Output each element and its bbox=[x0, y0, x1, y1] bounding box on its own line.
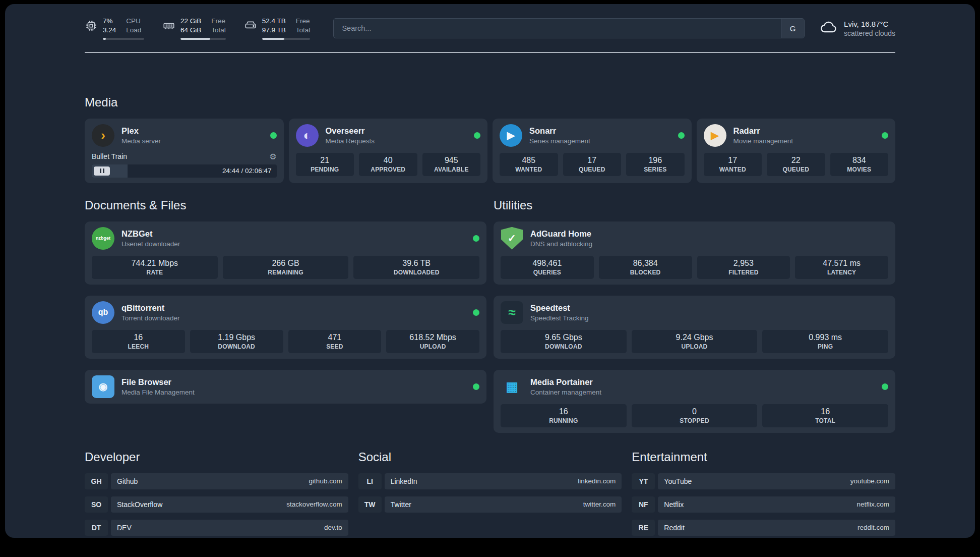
stat-label: QUEUED bbox=[565, 166, 620, 173]
bookmark-link[interactable]: YT YouTube youtube.com bbox=[632, 473, 895, 489]
storage-total-value: 97.9 TB bbox=[262, 26, 286, 35]
cpu-label: CPU bbox=[126, 17, 141, 26]
bookmark-link[interactable]: NF Netflix netflix.com bbox=[632, 496, 895, 513]
stat-value: 744.21 Mbps bbox=[94, 259, 216, 268]
stat-tile: 86,384 BLOCKED bbox=[599, 256, 692, 279]
stat-tile: 9.24 Gbps UPLOAD bbox=[632, 330, 758, 353]
gear-icon[interactable]: ⚙ bbox=[269, 152, 276, 161]
documents-cards: nzbget NZBGet Usenet downloader bbox=[85, 221, 486, 404]
stat-tile: 618.52 Mbps UPLOAD bbox=[386, 330, 479, 353]
stat-value: 47.571 ms bbox=[797, 259, 886, 268]
service-link[interactable]: ◉ File Browser Media File Management bbox=[92, 375, 479, 398]
section-title-documents: Documents & Files bbox=[85, 198, 486, 212]
bookmark-domain: netflix.com bbox=[856, 500, 889, 508]
service-name: Overseerr bbox=[326, 126, 375, 136]
bookmark-name: Netflix bbox=[664, 500, 684, 509]
memory-total-value: 64 GiB bbox=[180, 26, 201, 35]
service-link[interactable]: › Plex Media server bbox=[92, 124, 277, 147]
stat-tile: 0.993 ms PING bbox=[762, 330, 888, 353]
stat-value: 618.52 Mbps bbox=[388, 333, 477, 342]
stat-value: 40 bbox=[361, 156, 415, 165]
stat-label: UPLOAD bbox=[634, 343, 756, 350]
stat-label: DOWNLOADED bbox=[355, 269, 477, 276]
bookmark-link[interactable]: DT DEV dev.to bbox=[85, 520, 348, 536]
service-link[interactable]: ▶ Radarr Movie management bbox=[704, 124, 889, 147]
service-card: ◉ File Browser Media File Management bbox=[85, 370, 486, 404]
service-icon: ▶ bbox=[704, 124, 726, 147]
service-subtitle: Media File Management bbox=[121, 388, 195, 396]
service-stats: 9.65 Gbps DOWNLOAD 9.24 Gbps UPLOAD bbox=[501, 330, 888, 353]
memory-free-value: 22 GiB bbox=[180, 17, 201, 26]
stat-label: BLOCKED bbox=[601, 269, 690, 276]
service-icon: ▶ bbox=[500, 124, 522, 147]
status-dot bbox=[473, 235, 479, 242]
stat-tile: 16 TOTAL bbox=[762, 404, 888, 427]
bookmark-name: LinkedIn bbox=[391, 477, 417, 485]
storage-widget: 52.4 TB Free 97.9 TB Total bbox=[244, 17, 311, 40]
bookmark-link[interactable]: TW Twitter twitter.com bbox=[358, 496, 622, 513]
stat-tile: 16 RUNNING bbox=[501, 404, 627, 427]
stat-tile: 40 APPROVED bbox=[359, 153, 417, 176]
bookmark-list: GH Github github.com SO StackOverflo bbox=[85, 473, 348, 536]
bookmark-abbr: TW bbox=[358, 496, 382, 513]
bookmark-link[interactable]: LI LinkedIn linkedin.com bbox=[358, 473, 622, 489]
service-link[interactable]: ▦ Media Portainer Container management bbox=[501, 375, 888, 398]
service-name: AdGuard Home bbox=[530, 229, 592, 239]
service-icon: ✓ bbox=[501, 227, 523, 250]
bookmark-domain: github.com bbox=[309, 477, 342, 485]
bookmark-name: Twitter bbox=[391, 500, 411, 509]
bookmark-abbr: RE bbox=[632, 520, 655, 536]
stat-value: 21 bbox=[298, 156, 352, 165]
stat-value: 16 bbox=[764, 407, 886, 416]
playback-progress-bar[interactable]: 24:44 / 02:06:47 bbox=[92, 164, 277, 178]
service-card: ▦ Media Portainer Container management bbox=[494, 370, 895, 433]
service-card: qb qBittorrent Torrent downloader bbox=[85, 296, 486, 359]
cpu-usage-value: 7% bbox=[103, 17, 116, 26]
service-card: ▶ Sonarr Series management ⚙ bbox=[493, 119, 692, 183]
pause-button[interactable] bbox=[94, 166, 110, 176]
cpu-usage-bar bbox=[103, 38, 144, 40]
stat-tile: 0 STOPPED bbox=[632, 404, 758, 427]
stat-label: PING bbox=[764, 343, 886, 350]
stat-tile: 17 QUEUED bbox=[563, 153, 622, 176]
stat-value: 39.6 TB bbox=[355, 259, 477, 268]
stat-value: 498,461 bbox=[503, 259, 592, 268]
stat-tile: 471 SEED bbox=[288, 330, 382, 353]
bookmark-link[interactable]: SO StackOverflow stackoverflow.com bbox=[85, 496, 348, 513]
storage-total-label: Total bbox=[296, 26, 311, 35]
service-name: NZBGet bbox=[121, 229, 180, 239]
weather-condition: scattered clouds bbox=[844, 29, 895, 37]
bookmark-group-title: Developer bbox=[85, 450, 348, 464]
cpu-icon bbox=[85, 19, 98, 32]
service-card: ◐ Overseerr Media Requests ⚙ bbox=[289, 119, 488, 183]
now-playing-widget: Bullet Train ⚙ 24:44 / 02:06:47 bbox=[92, 152, 277, 178]
search-input[interactable] bbox=[334, 19, 781, 38]
service-icon: ▦ bbox=[501, 375, 523, 398]
bookmark-pill: StackOverflow stackoverflow.com bbox=[111, 496, 348, 513]
service-link[interactable]: nzbget NZBGet Usenet downloader bbox=[92, 227, 479, 250]
search-provider-button[interactable]: G bbox=[781, 19, 804, 38]
service-link[interactable]: ▶ Sonarr Series management bbox=[500, 124, 685, 147]
bookmark-link[interactable]: RE Reddit reddit.com bbox=[632, 520, 895, 536]
service-link[interactable]: ◐ Overseerr Media Requests bbox=[296, 124, 481, 147]
stat-tile: 834 MOVIES bbox=[830, 153, 889, 176]
section-title-utilities: Utilities bbox=[494, 198, 895, 212]
stat-label: TOTAL bbox=[764, 417, 886, 424]
bookmark-pill: Netflix netflix.com bbox=[658, 496, 895, 513]
stat-label: DOWNLOAD bbox=[503, 343, 625, 350]
bookmark-domain: reddit.com bbox=[858, 524, 889, 531]
stat-value: 945 bbox=[424, 156, 479, 165]
service-link[interactable]: qb qBittorrent Torrent downloader bbox=[92, 301, 479, 324]
bookmark-name: YouTube bbox=[664, 477, 692, 485]
bookmark-name: Github bbox=[117, 477, 138, 485]
bookmark-pill: Twitter twitter.com bbox=[385, 496, 622, 513]
status-dot bbox=[473, 383, 479, 390]
section-documents: Documents & Files nzbget NZBGet Usenet d… bbox=[85, 198, 486, 433]
service-link[interactable]: ≈ Speedtest Speedtest Tracking bbox=[501, 301, 888, 324]
bookmark-link[interactable]: GH Github github.com bbox=[85, 473, 348, 489]
bookmark-group: Social LI LinkedIn linkedin.com bbox=[358, 450, 622, 513]
bookmark-abbr: NF bbox=[632, 496, 655, 513]
stat-value: 834 bbox=[832, 156, 887, 165]
playback-time: 24:44 / 02:06:47 bbox=[222, 164, 272, 178]
service-link[interactable]: ✓ AdGuard Home DNS and adblocking bbox=[501, 227, 888, 250]
